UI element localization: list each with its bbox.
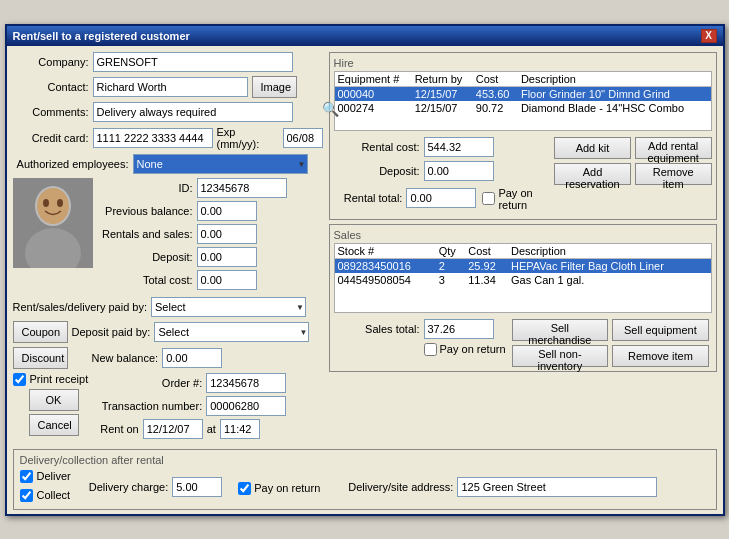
deposit-paid-dropdown[interactable]: Select xyxy=(154,322,309,342)
hire-table-row[interactable]: 00004012/15/07453.60Floor Grinder 10'' D… xyxy=(335,86,711,101)
hire-table-container[interactable]: Equipment # Return by Cost Description 0… xyxy=(334,71,712,131)
rent-on-time-input[interactable] xyxy=(220,419,260,439)
paid-by-label: Rent/sales/delivery paid by: xyxy=(13,301,152,313)
sales-table-row[interactable]: 089283450016225.92HEPAVac Filter Bag Clo… xyxy=(335,258,711,273)
auth-employees-row: Authorized employees: None xyxy=(13,154,323,174)
credit-card-label: Credit card: xyxy=(13,132,93,144)
delivery-charge-input[interactable] xyxy=(172,477,222,497)
add-rental-button[interactable]: Add rental equipment xyxy=(635,137,712,159)
exp-input[interactable] xyxy=(283,128,323,148)
employee-section: ID: Previous balance: Rentals and sales:… xyxy=(13,178,323,293)
total-cost-input[interactable] xyxy=(197,270,257,290)
deposit-input[interactable] xyxy=(197,247,257,267)
id-input[interactable] xyxy=(197,178,287,198)
hire-section: Hire 🔍 Equipment # Return by Cost Descri… xyxy=(329,52,717,220)
credit-card-input[interactable] xyxy=(93,128,213,148)
add-kit-button[interactable]: Add kit xyxy=(554,137,631,159)
sell-equipment-button[interactable]: Sell equipment xyxy=(612,319,709,341)
rental-costs-area: Rental cost: Deposit: Rental total: xyxy=(334,137,712,215)
coupon-button[interactable]: Coupon xyxy=(13,321,68,343)
transaction-label: Transaction number: xyxy=(96,400,206,412)
delivery-address-row: Delivery/site address: xyxy=(348,477,657,497)
sales-table: Stock # Qty Cost Description 08928345001… xyxy=(335,244,711,287)
sales-total-input[interactable] xyxy=(424,319,494,339)
sales-totals-area: Sales total: Pay on return Sell merchand… xyxy=(334,319,712,367)
ok-button[interactable]: OK xyxy=(29,389,79,411)
discount-balance-row: Discount New balance: xyxy=(13,347,323,369)
order-input[interactable] xyxy=(206,373,286,393)
hire-remove-item-button[interactable]: Remove item xyxy=(635,163,712,185)
company-row: Company: xyxy=(13,52,323,72)
paid-by-row: Rent/sales/delivery paid by: Select xyxy=(13,297,323,317)
contact-row: Contact: Image xyxy=(13,76,323,98)
comments-input[interactable] xyxy=(93,102,293,122)
svg-point-4 xyxy=(43,199,49,207)
employee-details: ID: Previous balance: Rentals and sales:… xyxy=(97,178,323,293)
image-button[interactable]: Image xyxy=(252,76,297,98)
sales-col-stock: Stock # xyxy=(335,244,436,259)
transaction-input[interactable] xyxy=(206,396,286,416)
pay-on-return-delivery-checkbox[interactable] xyxy=(238,482,251,495)
rental-total-input[interactable] xyxy=(406,188,476,208)
sell-merchandise-button[interactable]: Sell merchandise xyxy=(512,319,609,341)
right-panel: Hire 🔍 Equipment # Return by Cost Descri… xyxy=(329,52,717,439)
hire-col-cost: Cost xyxy=(473,72,518,87)
hire-buttons: Add kit Add rental equipment Add reserva… xyxy=(554,137,711,185)
delivery-section-label: Delivery/collection after rental xyxy=(20,454,710,466)
pay-on-return-hire-label: Pay on return xyxy=(498,187,548,211)
auth-employees-dropdown[interactable]: None xyxy=(133,154,308,174)
deliver-label: Deliver xyxy=(37,470,71,482)
contact-input[interactable] xyxy=(93,77,248,97)
collect-checkbox[interactable] xyxy=(20,489,33,502)
delivery-charge-label: Delivery charge: xyxy=(89,481,168,493)
sales-table-container[interactable]: Stock # Qty Cost Description 08928345001… xyxy=(334,243,712,313)
close-button[interactable]: X xyxy=(701,29,717,43)
hire-deposit-label: Deposit: xyxy=(334,165,424,177)
svg-point-3 xyxy=(37,188,69,224)
hire-section-label: Hire xyxy=(334,57,354,69)
hire-col-description: Description xyxy=(518,72,711,87)
new-balance-input[interactable] xyxy=(162,348,222,368)
rentals-sales-input[interactable] xyxy=(197,224,257,244)
titlebar: Rent/sell to a registered customer X xyxy=(7,26,723,46)
pay-on-return-sales-checkbox[interactable] xyxy=(424,343,437,356)
sales-col-cost: Cost xyxy=(465,244,508,259)
rental-cost-fields: Rental cost: Deposit: Rental total: xyxy=(334,137,549,215)
id-label: ID: xyxy=(97,182,197,194)
prev-balance-input[interactable] xyxy=(197,201,257,221)
hire-table-row[interactable]: 00027412/15/0790.72Diamond Blade - 14''H… xyxy=(335,101,711,115)
hire-deposit-input[interactable] xyxy=(424,161,494,181)
pay-on-return-hire-checkbox[interactable] xyxy=(482,192,495,205)
rental-cost-input[interactable] xyxy=(424,137,494,157)
delivery-address-input[interactable] xyxy=(457,477,657,497)
window-title: Rent/sell to a registered customer xyxy=(13,30,190,42)
actions-row: Print receipt OK Cancel Order #: Transac… xyxy=(13,373,323,439)
print-receipt-checkbox[interactable] xyxy=(13,373,26,386)
main-window: Rent/sell to a registered customer X Com… xyxy=(5,24,725,516)
prev-balance-label: Previous balance: xyxy=(97,205,197,217)
paid-by-dropdown[interactable]: Select xyxy=(151,297,306,317)
comments-row: Comments: xyxy=(13,102,323,122)
coupon-deposit-row: Coupon Deposit paid by: Select xyxy=(13,321,323,343)
contact-label: Contact: xyxy=(13,81,93,93)
sales-buttons: Sell merchandise Sell equipment Sell non… xyxy=(512,319,709,367)
rentals-sales-label: Rentals and sales: xyxy=(97,228,197,240)
left-panel: Company: Contact: Image Comments: Credit… xyxy=(13,52,323,439)
pay-on-return-delivery-label: Pay on return xyxy=(254,482,320,494)
sales-remove-item-button[interactable]: Remove item xyxy=(612,345,709,367)
sales-col-qty: Qty xyxy=(436,244,465,259)
sales-table-row[interactable]: 044549508054311.34Gas Can 1 gal. xyxy=(335,273,711,287)
cancel-button[interactable]: Cancel xyxy=(29,414,79,436)
add-reservation-button[interactable]: Add reservation xyxy=(554,163,631,185)
sales-section: Sales Stock # Qty Cost Description xyxy=(329,224,717,372)
company-input[interactable] xyxy=(93,52,293,72)
rent-on-label: Rent on xyxy=(100,423,139,435)
rent-on-date-input[interactable] xyxy=(143,419,203,439)
sell-non-inventory-button[interactable]: Sell non-inventory xyxy=(512,345,609,367)
discount-button[interactable]: Discount xyxy=(13,347,68,369)
deliver-checkbox[interactable] xyxy=(20,470,33,483)
credit-card-row: Credit card: Exp (mm/yy): xyxy=(13,126,323,150)
total-cost-label: Total cost: xyxy=(97,274,197,286)
auth-employees-label: Authorized employees: xyxy=(13,158,133,170)
company-label: Company: xyxy=(13,56,93,68)
